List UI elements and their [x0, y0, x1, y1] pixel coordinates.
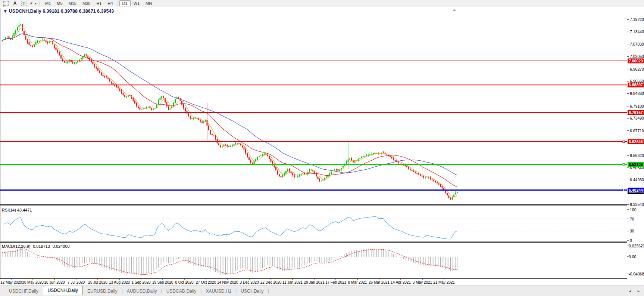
chevron-down-icon[interactable]: ▾ [35, 2, 36, 5]
x-tick-label[interactable]: 8 Mar 2021 [348, 280, 367, 284]
candle-body [20, 25, 21, 25]
macd-pane[interactable] [0, 243, 627, 279]
candle-body [47, 42, 48, 43]
candle-body [222, 147, 223, 147]
candle-body [297, 176, 298, 177]
tab-audusd[interactable]: AUDUSD,Daily [123, 287, 161, 295]
y-tick-label: 6.56320 [630, 153, 644, 158]
x-tick-label[interactable]: 18 Jun 2020 [44, 280, 65, 284]
grid-f-tool[interactable]: F [2, 1, 10, 6]
toolbar-separator [40, 1, 40, 6]
candle-body [386, 155, 387, 155]
rsi-pane[interactable] [0, 206, 627, 241]
x-tick-label[interactable]: 25 Jul 2020 [88, 280, 107, 284]
candle-body [422, 176, 423, 177]
candle-body [301, 174, 302, 175]
candle-body [67, 61, 68, 62]
candle-body [94, 64, 95, 66]
tab-usdcnh[interactable]: USDCNH,Daily [43, 286, 83, 295]
tab-xauusd[interactable]: XAUUSD,H1 [202, 287, 235, 295]
arrows-icon [29, 1, 34, 6]
candle-body [453, 195, 454, 197]
candle-body [351, 158, 352, 160]
timeframe-mn[interactable]: MN [143, 0, 155, 6]
x-tick-label[interactable]: 3 Dec 2020 [240, 280, 259, 284]
x-tick-label[interactable]: 11 Jan 2021 [282, 280, 303, 284]
x-tick-label[interactable]: 14 Apr 2021 [391, 280, 411, 284]
x-tick-label[interactable]: 1 Sep 2020 [131, 280, 151, 284]
candle-body [442, 186, 443, 188]
timeframe-m1[interactable]: M1 [42, 0, 54, 6]
candle-body [106, 76, 107, 77]
candle-body [312, 170, 313, 171]
candle-body [15, 30, 16, 34]
tabs-holder: USDCHF,DailyUSDCNH,DailyEURUSD,Daily|AUD… [5, 286, 269, 295]
candle-body [285, 171, 287, 174]
x-tick-label[interactable]: 3 May 2021 [413, 280, 432, 284]
candle-body [30, 45, 31, 46]
timeframe-w1[interactable]: W1 [131, 0, 143, 6]
timeframe-m5[interactable]: M5 [54, 0, 65, 6]
tab-usdchf[interactable]: USDCHF,Daily [5, 287, 42, 295]
candle-body [119, 89, 121, 91]
tab-usdcad[interactable]: USDCAD,Daily [163, 287, 200, 295]
x-tick-label[interactable]: 21 May 2021 [433, 280, 455, 284]
candle-body [272, 161, 273, 164]
price-pane[interactable] [0, 8, 627, 205]
candle-body [262, 154, 263, 155]
candle-body [349, 158, 350, 160]
candle-body [175, 99, 176, 103]
x-tick-label[interactable]: 7 Jul 2020 [68, 280, 85, 284]
timeframe-m15[interactable]: M15 [66, 0, 79, 6]
candle-body [455, 193, 456, 194]
candle-body [277, 171, 278, 175]
rsi-tick-label: 100 [630, 207, 637, 212]
x-tick-label[interactable]: 30 May 2020 [22, 280, 44, 284]
level-marker [623, 141, 625, 143]
candle-body [406, 166, 407, 167]
timeframe-h1[interactable]: H1 [93, 0, 104, 6]
x-tick-label[interactable]: 27 Oct 2020 [196, 280, 216, 284]
text-a-tool[interactable]: A [11, 1, 19, 6]
x-tick-label[interactable]: 22 Dec 2020 [260, 280, 282, 284]
grid-icon: F [3, 1, 9, 6]
candle-body [203, 121, 204, 122]
candle-body [447, 193, 448, 195]
macd-tick-label: 0.00 [629, 255, 637, 259]
tab-usoil[interactable]: USOil,Daily [237, 287, 267, 295]
candle-body [210, 130, 211, 134]
candle-body [131, 96, 132, 98]
candle-body [365, 156, 366, 157]
candle-body [264, 154, 265, 155]
candle-body [282, 175, 283, 177]
candle-body [400, 163, 401, 163]
timeframe-d1[interactable]: D1 [119, 0, 131, 6]
tab-eurusd[interactable]: EURUSD,Daily [84, 287, 121, 295]
candle-body [141, 109, 142, 110]
level-label-6.52108-text: 6.52108 [629, 162, 643, 167]
x-tick-label[interactable]: 29 Jan 2021 [304, 280, 324, 284]
timeframe-m30[interactable]: M30 [79, 0, 93, 6]
chart-canvas[interactable]: 7.192207.134407.078307.020506.962706.906… [0, 0, 644, 286]
candle-body [185, 108, 186, 111]
candle-body [292, 173, 293, 175]
candle-body [158, 101, 159, 104]
candle-body [29, 42, 30, 45]
tab-scroll-right-icon[interactable]: ► [637, 289, 640, 293]
x-tick-label[interactable]: 26 Mar 2021 [369, 280, 390, 284]
tab-scroll-left-icon[interactable]: ◄ [628, 289, 632, 293]
x-tick-label[interactable]: 13 Aug 2020 [109, 280, 130, 284]
x-tick-label[interactable]: 12 May 2020 [0, 280, 22, 284]
candle-body [121, 90, 122, 93]
candle-body [103, 75, 104, 76]
y-tick-label: 7.13440 [630, 30, 644, 34]
candle-body [346, 162, 347, 164]
text-box-tool[interactable]: T [20, 1, 28, 6]
candle-body [302, 173, 303, 174]
x-tick-label[interactable]: 8 Oct 2020 [175, 280, 194, 284]
arrows-tool[interactable]: ▾ [29, 1, 37, 6]
x-tick-label[interactable]: 17 Feb 2021 [325, 280, 347, 284]
timeframe-h4[interactable]: H4 [104, 0, 116, 6]
x-tick-label[interactable]: 19 Sep 2020 [152, 280, 173, 284]
x-tick-label[interactable]: 14 Nov 2020 [217, 280, 238, 284]
